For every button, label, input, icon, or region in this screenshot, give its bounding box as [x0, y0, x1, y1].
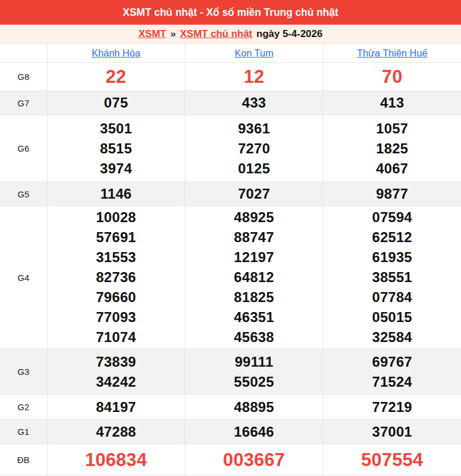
prize-row-label: G1: [0, 420, 47, 444]
prize-number: 82736: [48, 267, 185, 287]
prize-row-label: G4: [0, 206, 47, 349]
prize-number: 07784: [323, 287, 461, 307]
prize-number: 45638: [185, 327, 323, 347]
prize-number: 7270: [185, 139, 323, 159]
prize-number: 12: [185, 67, 323, 87]
breadcrumb: XSMT » XSMT chủ nhật ngày 5-4-2026: [0, 25, 461, 43]
prize-number: 70: [323, 67, 461, 87]
prize-number: 1825: [323, 139, 461, 159]
prize-number: 05015: [323, 307, 461, 327]
prize-number: 69767: [323, 352, 461, 372]
prize-row-label: G8: [0, 63, 47, 91]
prize-number: 10028: [48, 207, 185, 227]
prize-number: 3501: [48, 119, 185, 139]
province-header-thua-thien-hue: Thừa Thiên Huế: [323, 44, 461, 63]
prize-cell: 106834: [47, 444, 185, 476]
prize-row-G1: G1472881664637001: [0, 420, 461, 444]
prize-cell: 12: [185, 63, 323, 91]
prize-number: 57691: [48, 227, 185, 247]
prize-cell: 07594625126193538551077840501532584: [323, 206, 461, 349]
prize-number: 48925: [185, 207, 323, 227]
prize-row-label: ĐB: [0, 444, 47, 476]
province-link-khanh-hoa[interactable]: Khánh Hòa: [92, 48, 141, 58]
prize-number: 075: [48, 93, 185, 113]
prize-number: 1146: [48, 184, 185, 204]
page-title: XSMT chủ nhật - Xổ số miền Trung chủ nhậ…: [123, 6, 339, 19]
prize-number: 433: [185, 93, 323, 113]
prize-row-G6: G6350185153974936172700125105718254067: [0, 115, 461, 182]
prize-cell: 10028576913155382736796607709371074: [47, 206, 185, 349]
prize-number: 73839: [48, 352, 185, 372]
prize-number: 32584: [323, 327, 461, 347]
prize-number: 79660: [48, 287, 185, 307]
prize-row-G8: G8221270: [0, 63, 461, 91]
prize-cell: 48895: [185, 395, 323, 420]
corner-cell: [0, 44, 47, 63]
prize-cell: 003667: [185, 444, 323, 476]
province-header-row: Khánh Hòa Kon Tum Thừa Thiên Huế: [0, 44, 461, 63]
prize-cell: 413: [323, 91, 461, 115]
prize-row-label: G5: [0, 182, 47, 206]
breadcrumb-link-xsmt-chu-nhat[interactable]: XSMT chủ nhật: [180, 28, 252, 40]
prize-number: 71074: [48, 327, 185, 347]
prize-cell: 7027: [185, 182, 323, 206]
prize-number: 37001: [323, 422, 461, 442]
prize-number: 64812: [185, 267, 323, 287]
prize-cell: 9877: [323, 182, 461, 206]
prize-row-G7: G7075433413: [0, 91, 461, 115]
prize-cell: 48925887471219764812818254635145638: [185, 206, 323, 349]
prize-number: 1057: [323, 119, 461, 139]
prize-number: 16646: [185, 422, 323, 442]
prize-number: 9361: [185, 119, 323, 139]
prize-row-label: G2: [0, 395, 47, 420]
prize-number: 4067: [323, 159, 461, 179]
prize-row-label: G7: [0, 91, 47, 115]
prize-number: 61935: [323, 247, 461, 267]
prize-number: 81825: [185, 287, 323, 307]
results-table-body: G8221270G7075433413G63501851539749361727…: [0, 63, 461, 476]
prize-cell: 9911155025: [185, 349, 323, 395]
prize-cell: 16646: [185, 420, 323, 444]
prize-number: 99111: [185, 352, 323, 372]
province-header-kon-tum: Kon Tum: [185, 44, 323, 63]
prize-cell: 350185153974: [47, 115, 185, 182]
prize-number: 88747: [185, 227, 323, 247]
prize-number: 31553: [48, 247, 185, 267]
province-link-kon-tum[interactable]: Kon Tum: [235, 48, 273, 58]
prize-number: 77219: [323, 397, 461, 417]
prize-cell: 507554: [323, 444, 461, 476]
prize-number: 71524: [323, 372, 461, 392]
prize-cell: 1146: [47, 182, 185, 206]
prize-row-G5: G5114670279877: [0, 182, 461, 206]
prize-cell: 7383934242: [47, 349, 185, 395]
prize-number: 77093: [48, 307, 185, 327]
prize-number: 507554: [323, 450, 461, 470]
prize-row-G3: G3738393424299111550256976771524: [0, 349, 461, 395]
breadcrumb-date: ngày 5-4-2026: [256, 28, 322, 40]
prize-number: 003667: [185, 450, 323, 470]
prize-cell: 70: [323, 63, 461, 91]
breadcrumb-link-xsmt[interactable]: XSMT: [139, 28, 166, 40]
prize-number: 34242: [48, 372, 185, 392]
prize-number: 48895: [185, 397, 323, 417]
prize-cell: 22: [47, 63, 185, 91]
prize-number: 46351: [185, 307, 323, 327]
prize-number: 106834: [48, 450, 185, 470]
prize-cell: 433: [185, 91, 323, 115]
prize-row-ĐB: ĐB106834003667507554: [0, 444, 461, 476]
page-banner: XSMT chủ nhật - Xổ số miền Trung chủ nhậ…: [0, 0, 461, 25]
prize-cell: 47288: [47, 420, 185, 444]
prize-cell: 105718254067: [323, 115, 461, 182]
prize-number: 0125: [185, 159, 323, 179]
prize-row-label: G3: [0, 349, 47, 395]
prize-number: 55025: [185, 372, 323, 392]
prize-row-G4: G410028576913155382736796607709371074489…: [0, 206, 461, 349]
province-link-thua-thien-hue[interactable]: Thừa Thiên Huế: [357, 48, 427, 58]
prize-row-G2: G2841974889577219: [0, 395, 461, 420]
prize-number: 9877: [323, 184, 461, 204]
prize-cell: 936172700125: [185, 115, 323, 182]
prize-number: 22: [48, 67, 185, 87]
prize-number: 62512: [323, 227, 461, 247]
prize-cell: 77219: [323, 395, 461, 420]
prize-number: 7027: [185, 184, 323, 204]
